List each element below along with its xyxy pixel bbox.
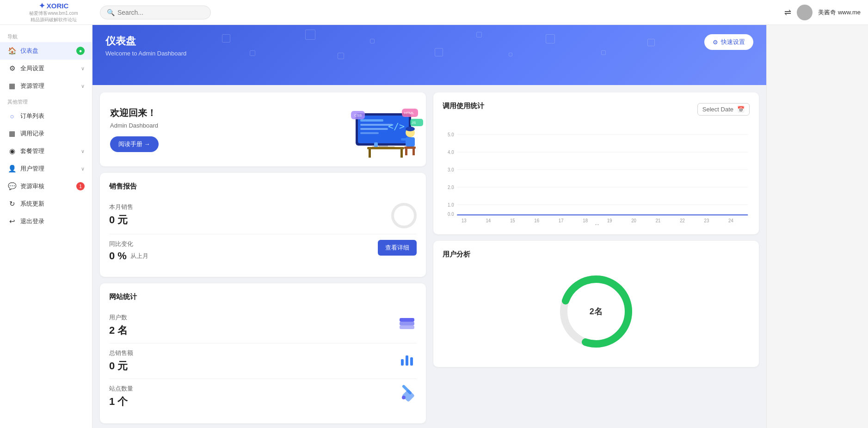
left-column: 欢迎回来！ Admin Dashboard 阅读手册 → bbox=[100, 92, 426, 423]
svg-text:Hour: Hour bbox=[595, 223, 605, 225]
svg-text:23: 23 bbox=[704, 218, 709, 223]
svg-rect-6 bbox=[360, 128, 388, 130]
svg-text:</>: </> bbox=[388, 121, 405, 132]
detail-button[interactable]: 查看详细 bbox=[378, 240, 417, 256]
svg-point-17 bbox=[406, 127, 415, 131]
svg-rect-21 bbox=[412, 149, 415, 155]
logo-domain: 秘爱博客www.bm1.com bbox=[29, 10, 78, 17]
svg-text:15: 15 bbox=[510, 218, 515, 223]
date-picker[interactable]: Select Date 📅 bbox=[697, 103, 750, 116]
svg-text:13: 13 bbox=[461, 218, 466, 223]
user-analysis-title: 用户分析 bbox=[443, 250, 750, 259]
sidebar-item-label: 全局设置 bbox=[20, 64, 81, 73]
welcome-subtitle: Admin Dashboard bbox=[110, 122, 159, 129]
change-label: 同比变化 bbox=[109, 240, 148, 248]
sidebar-item-label: 资源审核 bbox=[20, 182, 76, 190]
sidebar-item-global-settings[interactable]: ⚙ 全局设置 ∨ bbox=[0, 60, 92, 77]
dashboard-badge: ● bbox=[76, 47, 85, 55]
filter-icon[interactable]: ⇌ bbox=[784, 7, 791, 18]
svg-point-34 bbox=[402, 396, 406, 399]
avatar bbox=[797, 5, 813, 20]
chevron-down-icon: ∨ bbox=[81, 66, 85, 72]
packages-icon: ◉ bbox=[7, 147, 17, 156]
chart-title: 调用使用统计 bbox=[443, 102, 484, 110]
main-content: 仪表盘 Welcome to Admin Dashboard ⚙ 快速设置 欢迎… bbox=[92, 25, 766, 428]
sidebar-item-label: 系统更新 bbox=[20, 200, 85, 208]
svg-text:22: 22 bbox=[680, 218, 685, 223]
api-chart-card: 调用使用统计 Select Date 📅 5.0 4.0 3.0 2.0 bbox=[433, 92, 759, 234]
welcome-text: 欢迎回来！ Admin Dashboard 阅读手册 → bbox=[110, 107, 159, 152]
svg-text:19: 19 bbox=[607, 218, 612, 223]
svg-rect-31 bbox=[410, 357, 413, 366]
topbar-right: ⇌ 美酱奇 www.me bbox=[784, 5, 861, 20]
change-value: 0 % bbox=[109, 250, 127, 262]
sidebar-item-dashboard[interactable]: 🏠 仪表盘 ● bbox=[0, 42, 92, 60]
user-analysis-card: 用户分析 2名 bbox=[433, 241, 759, 367]
sidebar-item-label: 仪表盘 bbox=[20, 47, 76, 55]
svg-rect-26 bbox=[400, 325, 414, 329]
change-sub: 从上月 bbox=[130, 252, 148, 260]
svg-text:0.0: 0.0 bbox=[448, 211, 454, 217]
sidebar-item-resource-review[interactable]: 💬 资源审核 1 bbox=[0, 177, 92, 195]
search-area: 🔍 bbox=[100, 6, 784, 19]
records-icon: ▦ bbox=[7, 129, 17, 138]
svg-text:16: 16 bbox=[534, 218, 539, 223]
users-icon: 👤 bbox=[7, 164, 17, 173]
svg-rect-7 bbox=[360, 132, 379, 134]
review-badge: 1 bbox=[76, 182, 85, 190]
svg-rect-23 bbox=[369, 149, 371, 158]
search-box[interactable]: 🔍 bbox=[100, 6, 211, 19]
update-icon: ↻ bbox=[7, 199, 17, 208]
sidebar-item-packages[interactable]: ◉ 套餐管理 ∨ bbox=[0, 142, 92, 160]
website-stats-card: 网站统计 用户数 2 名 bbox=[100, 283, 426, 423]
sidebar-item-resource-management[interactable]: ▦ 资源管理 ∨ bbox=[0, 77, 92, 95]
svg-text:24: 24 bbox=[728, 218, 733, 223]
sidebar-item-label: 退出登录 bbox=[20, 217, 85, 226]
nav-section-title: 导航 bbox=[0, 30, 92, 42]
username-label: 美酱奇 www.me bbox=[818, 8, 861, 17]
svg-rect-24 bbox=[400, 149, 403, 158]
quick-settings-label: 快速设置 bbox=[721, 38, 745, 46]
logo-tagline: 精品源码破解软件论坛 bbox=[31, 17, 77, 23]
donut-chart-container: 2名 bbox=[443, 265, 750, 358]
svg-text:JS: JS bbox=[412, 121, 416, 125]
svg-text:4.0: 4.0 bbox=[448, 149, 454, 155]
review-icon: 💬 bbox=[7, 182, 17, 191]
brand-name: XORIC bbox=[47, 2, 69, 10]
orders-icon: ○ bbox=[7, 111, 17, 121]
sidebar-item-logout[interactable]: ↩ 退出登录 bbox=[0, 213, 92, 230]
content-grid: 欢迎回来！ Admin Dashboard 阅读手册 → bbox=[92, 85, 766, 428]
read-manual-button[interactable]: 阅读手册 → bbox=[110, 136, 159, 152]
user-count-row: 用户数 2 名 bbox=[109, 308, 417, 343]
hero-banner: 仪表盘 Welcome to Admin Dashboard ⚙ 快速设置 bbox=[92, 25, 766, 85]
total-sales-label: 总销售额 bbox=[109, 349, 133, 357]
svg-text:HTML: HTML bbox=[404, 111, 414, 115]
sidebar-item-orders[interactable]: ○ 订单列表 bbox=[0, 107, 92, 125]
layout: 导航 🏠 仪表盘 ● ⚙ 全局设置 ∨ ▦ 资源管理 ∨ 其他管理 ○ 订单列表… bbox=[0, 25, 868, 428]
sales-change-row: 同比变化 0 % 从上月 查看详细 bbox=[109, 234, 417, 268]
svg-text:3.0: 3.0 bbox=[448, 167, 454, 172]
svg-text:CSS: CSS bbox=[354, 113, 362, 117]
sidebar-item-users[interactable]: 👤 用户管理 ∨ bbox=[0, 160, 92, 177]
right-panel bbox=[766, 25, 868, 428]
quick-settings-button[interactable]: ⚙ 快速设置 bbox=[704, 34, 753, 50]
gear-icon: ⚙ bbox=[713, 39, 718, 46]
page-title: 仪表盘 bbox=[105, 34, 753, 48]
sidebar-item-system-update[interactable]: ↻ 系统更新 bbox=[0, 195, 92, 213]
svg-rect-19 bbox=[404, 147, 416, 149]
search-input[interactable] bbox=[117, 9, 201, 16]
svg-rect-30 bbox=[406, 355, 408, 366]
tool-icon bbox=[397, 385, 417, 404]
stats-title: 网站统计 bbox=[109, 293, 417, 301]
sidebar-item-api-records[interactable]: ▦ 调用记录 bbox=[0, 125, 92, 142]
sales-donut-chart bbox=[391, 203, 417, 228]
chevron-down-icon: ∨ bbox=[81, 83, 85, 89]
sidebar-item-label: 订单列表 bbox=[20, 112, 85, 120]
svg-text:21: 21 bbox=[655, 218, 660, 223]
chart-svg: 5.0 4.0 3.0 2.0 1.0 0.0 bbox=[443, 123, 750, 225]
svg-text:14: 14 bbox=[486, 218, 491, 223]
sidebar-item-label: 套餐管理 bbox=[20, 147, 81, 155]
global-settings-icon: ⚙ bbox=[7, 64, 17, 73]
svg-rect-28 bbox=[400, 318, 414, 322]
monthly-sales-label: 本月销售 bbox=[109, 203, 133, 211]
